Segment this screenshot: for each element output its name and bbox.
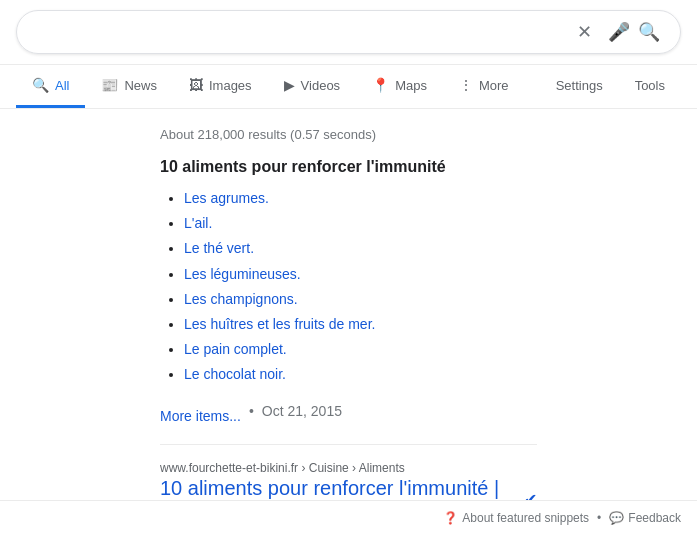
tab-news-label: News [124, 78, 157, 93]
item-pain-complet[interactable]: Le pain complet. [184, 341, 287, 357]
more-items-link[interactable]: More items... [160, 408, 241, 424]
news-icon: 📰 [101, 77, 118, 93]
item-agrumes[interactable]: Les agrumes. [184, 190, 269, 206]
list-item: Les légumineuses. [184, 262, 537, 287]
search-input[interactable]: Les aliments qui renforcent notre systèm… [33, 23, 573, 41]
list-item: Les champignons. [184, 287, 537, 312]
list-item: Les huîtres et les fruits de mer. [184, 312, 537, 337]
list-item: Le thé vert. [184, 236, 537, 261]
result-path-value: Cuisine › Aliments [309, 461, 405, 475]
nav-tabs: 🔍 All 📰 News 🖼 Images ▶ Videos 📍 Maps ⋮ … [0, 65, 697, 109]
featured-snippet: 10 aliments pour renforcer l'immunité Le… [160, 158, 537, 424]
clear-button[interactable]: ✕ [573, 17, 596, 47]
videos-icon: ▶ [284, 77, 295, 93]
settings-tab[interactable]: Settings [540, 66, 619, 108]
snippet-date: • [249, 403, 254, 419]
snippet-title: 10 aliments pour renforcer l'immunité [160, 158, 537, 176]
list-item: L'ail. [184, 211, 537, 236]
more-icon: ⋮ [459, 77, 473, 93]
list-item: Le pain complet. [184, 337, 537, 362]
item-champignons[interactable]: Les champignons. [184, 291, 298, 307]
feedback-label: Feedback [628, 511, 681, 525]
list-item: Le chocolat noir. [184, 362, 537, 387]
result-url: www.fourchette-et-bikini.fr › Cuisine › … [160, 461, 537, 475]
bottom-bar: ❓ About featured snippets • 💬 Feedback [0, 500, 697, 533]
tab-maps[interactable]: 📍 Maps [356, 65, 443, 108]
item-chocolat[interactable]: Le chocolat noir. [184, 366, 286, 382]
tab-videos-label: Videos [301, 78, 341, 93]
feedback-button[interactable]: 💬 Feedback [609, 511, 681, 525]
tab-maps-label: Maps [395, 78, 427, 93]
tab-all[interactable]: 🔍 All [16, 65, 85, 108]
results-stats: About 218,000 results (0.57 seconds) [160, 119, 537, 158]
list-item: Les agrumes. [184, 186, 537, 211]
maps-icon: 📍 [372, 77, 389, 93]
tools-label: Tools [635, 78, 665, 93]
tab-images-label: Images [209, 78, 252, 93]
voice-search-button[interactable]: 🎤 [604, 17, 634, 47]
item-huitres[interactable]: Les huîtres et les fruits de mer. [184, 316, 375, 332]
tab-news[interactable]: 📰 News [85, 65, 173, 108]
tab-images[interactable]: 🖼 Images [173, 65, 268, 108]
tools-tab[interactable]: Tools [619, 66, 681, 108]
settings-label: Settings [556, 78, 603, 93]
about-snippets-button[interactable]: ❓ About featured snippets [443, 511, 589, 525]
search-input-wrapper: Les aliments qui renforcent notre systèm… [16, 10, 681, 54]
snippet-date-value: Oct 21, 2015 [262, 403, 342, 419]
results-area: About 218,000 results (0.57 seconds) 10 … [0, 109, 697, 533]
snippet-list: Les agrumes. L'ail. Le thé vert. Les lég… [160, 186, 537, 388]
search-bar: Les aliments qui renforcent notre systèm… [0, 0, 697, 65]
item-ail[interactable]: L'ail. [184, 215, 212, 231]
dot-separator: • [597, 511, 601, 525]
image-search-button[interactable]: 🔍 [634, 17, 664, 47]
result-domain: www.fourchette-et-bikini.fr [160, 461, 298, 475]
about-snippets-label: About featured snippets [462, 511, 589, 525]
images-icon: 🖼 [189, 77, 203, 93]
item-the-vert[interactable]: Le thé vert. [184, 240, 254, 256]
all-icon: 🔍 [32, 77, 49, 93]
tab-more-label: More [479, 78, 509, 93]
mic-icon: 🎤 [608, 21, 630, 43]
tab-more[interactable]: ⋮ More [443, 65, 525, 108]
tab-videos[interactable]: ▶ Videos [268, 65, 357, 108]
item-legumineuses[interactable]: Les légumineuses. [184, 266, 301, 282]
question-icon: ❓ [443, 511, 458, 525]
settings-group: Settings Tools [540, 66, 681, 108]
feedback-icon: 💬 [609, 511, 624, 525]
lens-icon: 🔍 [638, 21, 660, 43]
result-path: › [301, 461, 308, 475]
tab-all-label: All [55, 78, 69, 93]
